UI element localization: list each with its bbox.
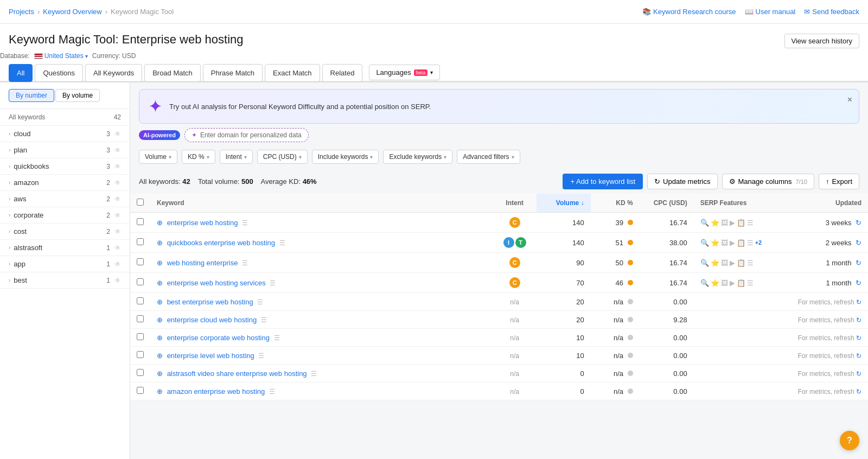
filter-intent[interactable]: Intent ▾: [220, 150, 253, 164]
sidebar-item[interactable]: › cloud 3 👁: [0, 126, 130, 142]
help-button[interactable]: ?: [840, 431, 859, 450]
tab-questions[interactable]: Questions: [35, 64, 83, 82]
tab-related[interactable]: Related: [322, 64, 363, 82]
sidebar-item[interactable]: › cost 2 👁: [0, 224, 130, 240]
tab-broad-match[interactable]: Broad Match: [144, 64, 201, 82]
refresh-icon[interactable]: ↻: [856, 352, 861, 360]
update-metrics-button[interactable]: ↻ Update metrics: [647, 174, 717, 189]
sidebar-item[interactable]: › best 1 👁: [0, 272, 130, 289]
domain-input-button[interactable]: ✦ Enter domain for personalized data: [184, 128, 309, 142]
eye-icon[interactable]: 👁: [114, 163, 121, 170]
eye-icon[interactable]: 👁: [114, 228, 121, 235]
research-course-link[interactable]: 📚 Keyword Research course: [642, 8, 736, 16]
export-button[interactable]: ↑ Export: [819, 174, 859, 189]
refresh-icon[interactable]: ↻: [856, 370, 861, 378]
refresh-icon[interactable]: ↻: [856, 279, 861, 287]
filter-cpc[interactable]: CPC (USD) ▾: [257, 150, 308, 164]
select-all-header[interactable]: [130, 194, 150, 213]
keyword-link[interactable]: enterprise web hosting services: [167, 279, 266, 287]
breadcrumb-keyword-overview[interactable]: Keyword Overview: [43, 8, 101, 16]
sidebar-item[interactable]: › plan 3 👁: [0, 142, 130, 158]
col-header-volume[interactable]: Volume ↓: [537, 194, 591, 213]
refresh-icon[interactable]: ↻: [856, 239, 861, 247]
sort-by-volume-button[interactable]: By volume: [55, 89, 100, 102]
col-header-intent[interactable]: Intent: [493, 194, 537, 213]
tab-all[interactable]: All: [9, 64, 33, 82]
languages-dropdown[interactable]: Languages beta ▾: [369, 65, 440, 80]
row-checkbox[interactable]: [137, 258, 144, 265]
keyword-link[interactable]: quickbooks enterprise web hosting: [167, 239, 275, 247]
keyword-link[interactable]: enterprise cloud web hosting: [167, 316, 257, 324]
select-all-checkbox[interactable]: [137, 199, 144, 206]
sidebar-item[interactable]: › amazon 2 👁: [0, 175, 130, 191]
keyword-link[interactable]: enterprise web hosting: [167, 219, 238, 227]
keyword-link[interactable]: enterprise level web hosting: [167, 352, 254, 360]
row-checkbox[interactable]: [137, 351, 144, 358]
refresh-icon[interactable]: ↻: [856, 219, 861, 227]
sort-by-number-button[interactable]: By number: [9, 89, 54, 102]
filter-exclude[interactable]: Exclude keywords ▾: [383, 150, 452, 164]
add-icon[interactable]: ⊕: [157, 334, 163, 342]
sidebar-item[interactable]: › app 1 👁: [0, 256, 130, 272]
row-checkbox[interactable]: [137, 333, 144, 340]
refresh-icon[interactable]: ↻: [856, 388, 861, 396]
filter-kd[interactable]: KD % ▾: [182, 150, 215, 164]
keyword-link[interactable]: enterprise corporate web hosting: [167, 334, 270, 342]
tab-exact-match[interactable]: Exact Match: [265, 64, 320, 82]
database-link[interactable]: United States ▾: [34, 52, 88, 60]
tab-all-keywords[interactable]: All Keywords: [85, 64, 142, 82]
add-icon[interactable]: ⊕: [157, 387, 163, 396]
refresh-icon[interactable]: ↻: [856, 259, 861, 267]
row-checkbox[interactable]: [137, 238, 144, 245]
view-history-button[interactable]: View search history: [784, 34, 859, 48]
sidebar-item[interactable]: › corporate 2 👁: [0, 207, 130, 224]
refresh-icon[interactable]: ↻: [856, 316, 861, 324]
col-header-keyword[interactable]: Keyword: [150, 194, 493, 213]
add-icon[interactable]: ⊕: [157, 369, 163, 378]
row-checkbox[interactable]: [137, 369, 144, 376]
add-icon[interactable]: ⊕: [157, 352, 163, 360]
eye-icon[interactable]: 👁: [114, 260, 121, 268]
send-feedback-link[interactable]: ✉ Send feedback: [804, 8, 859, 16]
keyword-link[interactable]: web hosting enterprise: [167, 259, 238, 267]
col-header-kd[interactable]: KD %: [591, 194, 640, 213]
keyword-link[interactable]: alstrasoft video share enterprise web ho…: [167, 369, 307, 378]
refresh-icon[interactable]: ↻: [856, 298, 861, 306]
tab-phrase-match[interactable]: Phrase Match: [203, 64, 263, 82]
add-icon[interactable]: ⊕: [157, 316, 163, 324]
keyword-link[interactable]: amazon enterprise web hosting: [167, 387, 265, 396]
row-checkbox[interactable]: [137, 387, 144, 394]
add-icon[interactable]: ⊕: [157, 259, 163, 267]
eye-icon[interactable]: 👁: [114, 277, 121, 284]
filter-include[interactable]: Include keywords ▾: [312, 150, 379, 164]
row-checkbox[interactable]: [137, 218, 144, 225]
manage-columns-button[interactable]: ⚙ Manage columns 7/10: [722, 174, 814, 189]
filter-advanced[interactable]: Advanced filters ▾: [457, 150, 520, 164]
col-header-updated[interactable]: Updated: [792, 194, 868, 213]
breadcrumb-projects[interactable]: Projects: [9, 8, 34, 16]
add-to-keyword-list-button[interactable]: + Add to keyword list: [563, 174, 643, 189]
eye-icon[interactable]: 👁: [114, 244, 121, 252]
row-checkbox[interactable]: [137, 297, 144, 304]
add-icon[interactable]: ⊕: [157, 219, 163, 227]
eye-icon[interactable]: 👁: [114, 146, 121, 154]
sidebar-item[interactable]: › quickbooks 3 👁: [0, 158, 130, 175]
col-header-serp[interactable]: SERP Features: [694, 194, 792, 213]
user-manual-link[interactable]: 📖 User manual: [745, 8, 796, 16]
close-banner-button[interactable]: ×: [847, 95, 852, 105]
sidebar-item[interactable]: › alstrasoft 1 👁: [0, 240, 130, 256]
eye-icon[interactable]: 👁: [114, 212, 121, 219]
keyword-link[interactable]: best enterprise web hosting: [167, 298, 253, 306]
eye-icon[interactable]: 👁: [114, 195, 121, 203]
add-icon[interactable]: ⊕: [157, 279, 163, 287]
eye-icon[interactable]: 👁: [114, 179, 121, 187]
add-icon[interactable]: ⊕: [157, 239, 163, 247]
sidebar-item[interactable]: › aws 2 👁: [0, 191, 130, 207]
filter-volume[interactable]: Volume ▾: [139, 150, 177, 164]
row-checkbox[interactable]: [137, 278, 144, 285]
row-checkbox[interactable]: [137, 315, 144, 322]
eye-icon[interactable]: 👁: [114, 130, 121, 138]
col-header-cpc[interactable]: CPC (USD): [640, 194, 694, 213]
refresh-icon[interactable]: ↻: [856, 334, 861, 342]
add-icon[interactable]: ⊕: [157, 298, 163, 306]
